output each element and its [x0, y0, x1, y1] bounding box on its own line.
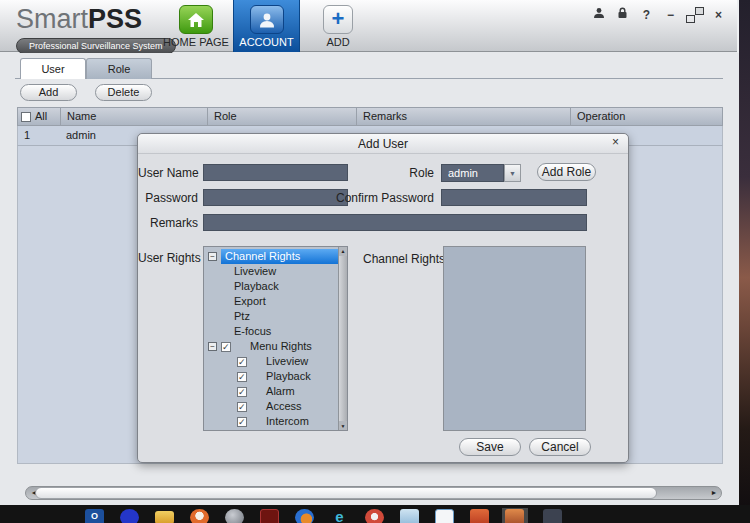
- taskbar-item[interactable]: O: [82, 508, 108, 523]
- tree-item-label: Alarm: [217, 385, 295, 397]
- scroll-up-icon[interactable]: ▲: [339, 248, 347, 254]
- tree-scrollbar[interactable]: ▲ ▼: [338, 247, 347, 430]
- brand-tagline: Professional Surveillance System: [16, 38, 176, 54]
- taskbar-item[interactable]: [292, 508, 318, 523]
- tree-item-menu-playback[interactable]: ✓ Playback: [204, 369, 338, 384]
- collapse-icon[interactable]: −: [208, 252, 217, 261]
- collapse-icon[interactable]: −: [208, 342, 217, 351]
- tree-item-label: Channel Rights: [221, 250, 300, 262]
- selected-highlight: Channel Rights: [221, 249, 338, 264]
- ie-letter: e: [335, 508, 343, 523]
- tree-item-playback[interactable]: Playback: [204, 279, 338, 294]
- tab-role[interactable]: Role: [86, 58, 152, 79]
- help-button[interactable]: ?: [640, 8, 653, 22]
- scroll-down-icon[interactable]: ▼: [339, 423, 347, 429]
- save-button[interactable]: Save: [459, 438, 521, 456]
- cancel-button[interactable]: Cancel: [529, 438, 591, 456]
- nav-home-page[interactable]: HOME PAGE: [160, 0, 232, 52]
- taskbar-item[interactable]: [397, 508, 423, 523]
- user-session-icon[interactable]: [592, 7, 605, 22]
- role-select[interactable]: admin: [441, 164, 504, 182]
- app-dark-icon: [543, 509, 562, 523]
- taskbar-item[interactable]: [540, 508, 566, 523]
- taskbar-item[interactable]: [222, 508, 248, 523]
- chrome-icon: [365, 509, 384, 523]
- access-checkbox[interactable]: ✓: [237, 402, 247, 412]
- media-player-icon: [260, 509, 279, 523]
- tree-item-channel-rights[interactable]: − Channel Rights: [204, 249, 338, 264]
- liveview-checkbox[interactable]: ✓: [237, 357, 247, 367]
- plus-icon: +: [332, 6, 345, 32]
- taskbar-item[interactable]: [257, 508, 283, 523]
- menu-rights-checkbox[interactable]: ✓: [221, 342, 231, 352]
- taskbar-item[interactable]: [467, 508, 493, 523]
- header-all-label: All: [35, 108, 47, 125]
- outlook-letter: O: [85, 509, 104, 523]
- delete-user-button[interactable]: Delete: [95, 84, 152, 101]
- outlook-icon: O: [85, 509, 104, 523]
- tab-user[interactable]: User: [20, 58, 86, 79]
- taskbar-item[interactable]: [432, 508, 458, 523]
- add-user-button[interactable]: Add: [20, 84, 77, 101]
- tree-scrollbar-thumb[interactable]: [339, 256, 347, 421]
- scrollbar-thumb[interactable]: [35, 487, 657, 499]
- playback-checkbox[interactable]: ✓: [237, 372, 247, 382]
- tree-item-label: Playback: [217, 370, 311, 382]
- select-all-checkbox[interactable]: [21, 112, 31, 122]
- check-icon: ✓: [222, 340, 230, 355]
- taskbar-item-active[interactable]: [502, 508, 528, 523]
- dialog-title: Add User: [138, 134, 628, 154]
- app-gray-icon: [225, 509, 244, 523]
- lock-icon[interactable]: [616, 7, 629, 22]
- horizontal-scrollbar[interactable]: ◄ ►: [25, 486, 722, 500]
- tree-item-efocus[interactable]: E-focus: [204, 324, 338, 339]
- add-tab-icon: +: [323, 5, 353, 34]
- channel-rights-panel[interactable]: [443, 246, 586, 431]
- dialog-close-button[interactable]: ×: [612, 135, 619, 149]
- tree-item-menu-rights[interactable]: − ✓ Menu Rights: [204, 339, 338, 354]
- taskbar-item[interactable]: e: [327, 508, 353, 523]
- alarm-checkbox[interactable]: ✓: [237, 387, 247, 397]
- tree-item-menu-alarm[interactable]: ✓ Alarm: [204, 384, 338, 399]
- header-remarks: Remarks: [356, 108, 570, 125]
- tree-item-ptz[interactable]: Ptz: [204, 309, 338, 324]
- explorer-icon: [435, 509, 454, 523]
- tree-item-menu-liveview[interactable]: ✓ Liveview: [204, 354, 338, 369]
- tree-item-label: Export: [234, 295, 266, 307]
- add-user-dialog: Add User × User Name Role admin ▼ Add Ro…: [137, 133, 629, 463]
- taskbar-item[interactable]: [187, 508, 213, 523]
- internet-explorer-icon: e: [330, 509, 349, 523]
- tree-item-liveview[interactable]: Liveview: [204, 264, 338, 279]
- role-dropdown-button[interactable]: ▼: [504, 164, 521, 182]
- account-page: User Role Add Delete All Name Role Remar…: [0, 53, 739, 505]
- brand-name-light: Smart: [16, 4, 88, 34]
- nav-account[interactable]: ACCOUNT: [233, 0, 300, 52]
- firefox-icon: [295, 509, 314, 523]
- add-role-button[interactable]: Add Role: [537, 163, 596, 181]
- user-rights-tree[interactable]: − Channel Rights Liveview Playback Expor…: [203, 246, 348, 431]
- taskbar-item[interactable]: [117, 508, 143, 523]
- check-icon: ✓: [238, 415, 246, 430]
- smartpss-window: SmartPSS Professional Surveillance Syste…: [0, 0, 739, 505]
- nav-add[interactable]: + ADD: [312, 0, 364, 52]
- chevron-down-icon: ▼: [509, 170, 516, 177]
- intercom-checkbox[interactable]: ✓: [237, 417, 247, 427]
- confirm-password-input[interactable]: [441, 189, 587, 206]
- tree-item-menu-access[interactable]: ✓ Access: [204, 399, 338, 414]
- scroll-right-icon[interactable]: ►: [708, 487, 720, 499]
- tree-item-export[interactable]: Export: [204, 294, 338, 309]
- window-controls: ? − ×: [592, 7, 725, 22]
- powerpoint-icon: [470, 509, 489, 523]
- confirm-password-label: Confirm Password: [318, 191, 434, 205]
- taskbar-item[interactable]: [362, 508, 388, 523]
- taskbar-item[interactable]: [152, 508, 178, 523]
- remarks-input[interactable]: [203, 214, 587, 231]
- tree-item-menu-videowall[interactable]: ✓ Video Wall: [204, 429, 338, 431]
- app-orange-icon: [190, 509, 209, 523]
- user-name-label: User Name: [138, 166, 198, 180]
- user-name-input[interactable]: [203, 164, 348, 181]
- close-button[interactable]: ×: [712, 8, 725, 22]
- minimize-button[interactable]: −: [664, 8, 677, 22]
- row-index: 1: [18, 126, 60, 145]
- tree-item-menu-intercom[interactable]: ✓ Intercom: [204, 414, 338, 429]
